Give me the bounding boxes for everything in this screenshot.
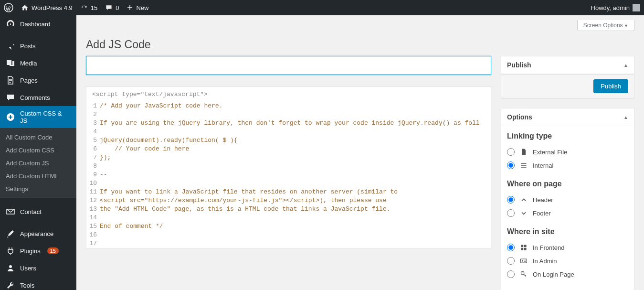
sidebar-item-plugins[interactable]: Plugins 15 (0, 242, 76, 259)
sidebar-item-posts[interactable]: Posts (0, 37, 76, 54)
linking-type-heading: Linking type (507, 132, 628, 140)
option-label: Internal (533, 162, 553, 169)
submenu-add-custom-html[interactable]: Add Custom HTML (0, 170, 76, 183)
svg-rect-6 (524, 248, 527, 250)
option-label: In Frontend (533, 244, 565, 251)
option-label: Header (533, 196, 553, 204)
pin-icon (6, 41, 15, 51)
toggle-publish[interactable]: ▲ (623, 63, 628, 68)
brush-icon (6, 229, 15, 238)
sidebar-item-label: Dashboard (20, 21, 51, 28)
admin-topbar: WordPress 4.9 15 0 New Howdy, admin (0, 0, 644, 15)
comments-link[interactable]: 0 (105, 4, 119, 11)
sidebar-item-comments[interactable]: Comments (0, 89, 76, 106)
avatar (633, 4, 640, 11)
options-title: Options (507, 113, 532, 121)
where-on-page-heading: Where on page (507, 180, 628, 188)
submenu-settings[interactable]: Settings (0, 183, 76, 195)
comments-count: 0 (116, 4, 119, 11)
sidebar-item-label: Plugins (20, 247, 41, 255)
account-link[interactable]: Howdy, admin (591, 4, 640, 11)
svg-point-9 (521, 271, 524, 274)
comment-icon (105, 4, 113, 11)
publish-button[interactable]: Publish (593, 79, 628, 93)
svg-rect-7 (521, 259, 527, 263)
new-link[interactable]: New (127, 4, 148, 11)
code-title-input[interactable] (86, 56, 491, 75)
sidebar-item-label: Media (20, 60, 37, 67)
linking-external[interactable]: External File (507, 145, 628, 159)
site-login[interactable]: On Login Page (507, 268, 628, 281)
site-name-link[interactable]: WordPress 4.9 (21, 4, 73, 11)
svg-rect-5 (521, 248, 523, 250)
site-admin-radio[interactable] (507, 257, 515, 265)
option-label: Footer (533, 210, 551, 217)
svg-rect-3 (521, 245, 523, 247)
site-frontend[interactable]: In Frontend (507, 241, 628, 254)
page-title: Add JS Code (86, 31, 634, 56)
where-footer-radio[interactable] (507, 209, 515, 217)
tools-icon (6, 280, 15, 290)
editor-script-tag: <script type="text/javascript"> (86, 87, 491, 102)
sidebar-item-media[interactable]: Media (0, 54, 76, 72)
updates-link[interactable]: 15 (80, 4, 97, 11)
users-icon (6, 263, 15, 273)
svg-point-0 (4, 3, 13, 12)
home-icon (21, 4, 29, 11)
sidebar-item-custom-css-js[interactable]: Custom CSS & JS (0, 106, 76, 128)
option-label: In Admin (533, 258, 557, 265)
screen-options-toggle[interactable]: Screen Options (577, 20, 634, 31)
line-gutter: 1234567891011121314151617 (86, 102, 100, 248)
main-content: Screen Options Add JS Code <script type=… (76, 15, 644, 290)
linking-internal[interactable]: Internal (507, 159, 628, 172)
submenu-all-custom-code[interactable]: All Custom Code (0, 131, 76, 144)
code-editor[interactable]: <script type="text/javascript"> 12345678… (86, 86, 491, 248)
submenu-add-custom-js[interactable]: Add Custom JS (0, 157, 76, 170)
sidebar-item-dashboard[interactable]: Dashboard (0, 15, 76, 32)
dashboard-icon (6, 19, 15, 29)
sidebar-item-label: Contact (20, 208, 42, 215)
linking-external-radio[interactable] (507, 148, 515, 156)
option-label: On Login Page (533, 271, 574, 278)
sidebar-item-pages[interactable]: Pages (0, 72, 76, 89)
sidebar-item-label: Custom CSS & JS (20, 110, 71, 124)
site-name: WordPress 4.9 (32, 4, 73, 11)
where-header-radio[interactable] (507, 196, 515, 204)
sidebar-item-label: Comments (20, 94, 50, 101)
sidebar-item-label: Pages (20, 77, 38, 84)
sidebar-item-appearance[interactable]: Appearance (0, 225, 76, 242)
code-lines[interactable]: /* Add your JavaScript code here. If you… (100, 102, 491, 248)
sidebar-item-contact[interactable]: Contact (0, 203, 76, 220)
new-label: New (136, 4, 148, 11)
site-login-radio[interactable] (507, 270, 515, 278)
where-in-site-heading: Where in site (507, 227, 628, 236)
comments-icon (6, 93, 15, 102)
howdy-text: Howdy, admin (591, 4, 630, 11)
site-admin[interactable]: In Admin (507, 254, 628, 268)
publish-title: Publish (507, 61, 531, 69)
sidebar-submenu: All Custom Code Add Custom CSS Add Custo… (0, 128, 76, 198)
updates-count: 15 (91, 4, 97, 11)
svg-point-8 (522, 260, 523, 261)
linking-internal-radio[interactable] (507, 161, 515, 169)
where-footer[interactable]: Footer (507, 206, 628, 220)
sidebar-item-tools[interactable]: Tools (0, 277, 76, 290)
publish-box: Publish ▲ Publish (501, 56, 634, 98)
submenu-add-custom-css[interactable]: Add Custom CSS (0, 144, 76, 157)
list-icon (519, 161, 528, 170)
media-icon (6, 58, 15, 68)
option-label: External File (533, 149, 567, 156)
svg-rect-4 (524, 245, 527, 247)
mail-icon (6, 207, 15, 216)
key-icon (519, 270, 528, 279)
wp-logo[interactable] (4, 3, 13, 12)
chevron-up-icon (519, 195, 528, 204)
where-header[interactable]: Header (507, 193, 628, 206)
site-frontend-radio[interactable] (507, 244, 515, 251)
plugins-badge: 15 (47, 247, 59, 254)
wordpress-icon (4, 3, 13, 12)
id-icon (519, 257, 528, 265)
toggle-options[interactable]: ▲ (623, 115, 628, 120)
sidebar-item-label: Posts (20, 43, 36, 50)
sidebar-item-users[interactable]: Users (0, 259, 76, 277)
